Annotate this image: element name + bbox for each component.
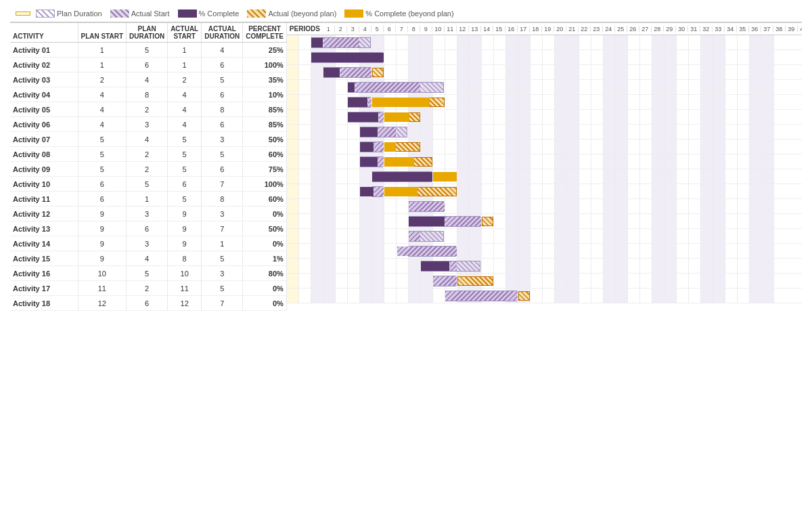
gantt-cell-p29 — [628, 274, 640, 288]
plan-duration-val: 2 — [127, 147, 168, 162]
gantt-cell-p1 — [287, 244, 299, 258]
period-col-header-28: 28 — [652, 26, 664, 33]
gantt-cell-p24 — [567, 65, 579, 79]
period-col-header-14: 14 — [481, 26, 493, 33]
gantt-cell-p39 — [750, 154, 762, 169]
bar-actual-within-plan — [368, 98, 371, 107]
plan-start-val: 9 — [78, 236, 127, 251]
gantt-cell-p30 — [640, 229, 652, 243]
bar-pct-complete — [348, 98, 368, 107]
gantt-cell-p25 — [579, 184, 591, 198]
gantt-cell-p32 — [664, 259, 677, 273]
table-row: Activity 17 11 2 11 5 0% — [10, 281, 286, 296]
gantt-cell-p32 — [664, 95, 677, 109]
table-row: Activity 08 5 2 5 5 60% — [10, 147, 286, 162]
gantt-cell-p3 — [311, 125, 323, 139]
bar-pct-beyond-plan — [384, 112, 409, 122]
gantt-row — [287, 65, 802, 80]
period-col-header-2: 2 — [335, 26, 347, 33]
gantt-cell-p16 — [470, 244, 482, 258]
plan-start-val: 9 — [78, 207, 127, 221]
gantt-cell-p33 — [677, 169, 689, 184]
activity-name: Activity 01 — [10, 43, 78, 58]
gantt-row — [287, 184, 802, 199]
gantt-cell-p33 — [677, 65, 689, 79]
gantt-cell-p22 — [543, 80, 555, 94]
percent-val: 0% — [243, 207, 287, 221]
gantt-cell-p26 — [591, 229, 604, 243]
gantt-cell-p14 — [445, 110, 457, 124]
period-highlight-box[interactable] — [16, 12, 30, 16]
gantt-cell-p32 — [664, 184, 677, 198]
period-col-header-25: 25 — [615, 26, 627, 33]
gantt-cell-p37 — [725, 169, 738, 184]
gantt-row — [287, 50, 802, 65]
gantt-cell-p31 — [652, 140, 664, 154]
gantt-cell-p1 — [287, 169, 299, 184]
gantt-cell-p21 — [531, 140, 543, 154]
table-row: Activity 15 9 4 8 5 1% — [10, 251, 286, 266]
gantt-cell-p5 — [336, 259, 348, 273]
bar-actual-within-plan — [445, 291, 518, 301]
legend-actual-beyond-label: Actual (beyond plan) — [268, 9, 336, 18]
gantt-cell-p22 — [543, 229, 555, 243]
gantt-cell-p16 — [470, 65, 482, 79]
gantt-cell-p35 — [701, 80, 713, 94]
gantt-cell-p6 — [348, 125, 360, 139]
gantt-cell-p20 — [518, 95, 531, 109]
gantt-cell-p20 — [518, 199, 531, 213]
gantt-cell-p27 — [604, 229, 616, 243]
gantt-cell-p35 — [701, 244, 713, 258]
gantt-cell-p16 — [470, 95, 482, 109]
gantt-cell-p3 — [311, 229, 323, 243]
gantt-cell-p23 — [555, 199, 567, 213]
gantt-cell-p15 — [457, 50, 470, 64]
percent-val: 60% — [243, 192, 287, 207]
table-row: Activity 06 4 3 4 6 85% — [10, 117, 286, 132]
period-col-header-20: 20 — [554, 26, 566, 33]
gantt-cell-p8 — [372, 274, 384, 288]
gantt-cell-p10 — [397, 199, 409, 213]
gantt-cell-p2 — [299, 259, 311, 273]
activity-name: Activity 13 — [10, 221, 78, 236]
gantt-cell-p22 — [543, 274, 555, 288]
gantt-cell-p30 — [640, 244, 652, 258]
bar-pct-complete — [360, 127, 378, 137]
percent-val: 0% — [243, 236, 287, 251]
gantt-cell-p13 — [433, 35, 445, 49]
percent-val: 25% — [243, 43, 287, 58]
gantt-cell-p18 — [494, 184, 506, 198]
gantt-cell-p29 — [628, 50, 640, 64]
gantt-cell-p26 — [591, 154, 604, 169]
gantt-cell-p23 — [555, 274, 567, 288]
gantt-cell-p3 — [311, 110, 323, 124]
gantt-cell-p27 — [604, 199, 616, 213]
gantt-row — [287, 140, 802, 154]
plan-duration-val: 3 — [127, 236, 168, 251]
table-row: Activity 16 10 5 10 3 80% — [10, 266, 286, 281]
bar-actual-within-plan — [378, 127, 396, 137]
gantt-cell-p39 — [750, 259, 762, 273]
gantt-cell-p19 — [506, 229, 518, 243]
period-col-header-39: 39 — [786, 26, 798, 33]
gantt-cell-p1 — [287, 80, 299, 94]
gantt-cell-p38 — [738, 259, 750, 273]
gantt-cell-p24 — [567, 199, 579, 213]
period-col-header-6: 6 — [384, 26, 396, 33]
bar-actual-beyond-plan — [457, 276, 493, 286]
gantt-cell-p32 — [664, 65, 677, 79]
gantt-cell-p39 — [750, 110, 762, 124]
percent-val: 0% — [243, 296, 287, 311]
gantt-cell-p1 — [287, 229, 299, 243]
gantt-cell-p30 — [640, 35, 652, 49]
gantt-cell-p35 — [701, 154, 713, 169]
gantt-cell-p13 — [433, 140, 445, 154]
gantt-cell-p10 — [397, 289, 409, 303]
legend-actual-beyond-icon — [247, 9, 266, 18]
gantt-cell-p11 — [409, 289, 421, 303]
gantt-cell-p15 — [457, 169, 470, 184]
page-container: Plan Duration Actual Start % Complete Ac… — [0, 0, 812, 318]
gantt-cell-p4 — [323, 95, 336, 109]
actual-start-val: 9 — [168, 221, 202, 236]
period-col-headers: 1234567891011121314151617181920212223242… — [323, 26, 802, 33]
